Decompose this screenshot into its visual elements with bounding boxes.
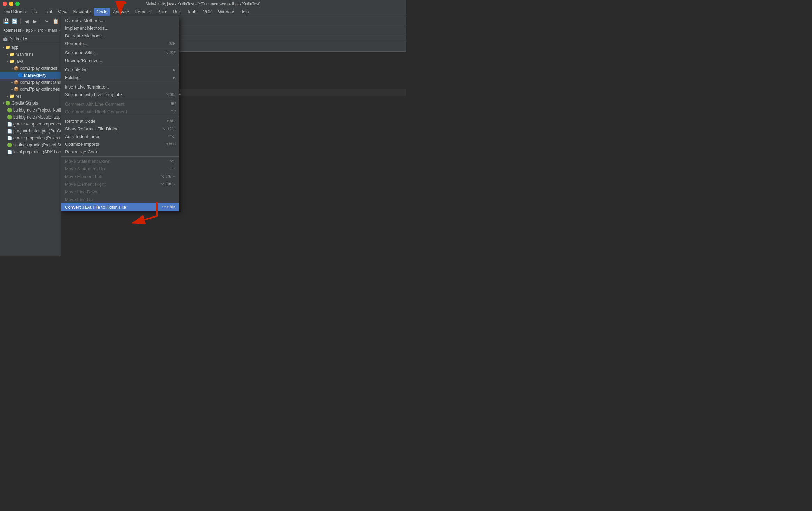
breadcrumb-item-4[interactable]: main xyxy=(48,28,57,33)
tree-item-proguard[interactable]: 📄 proguard-rules.pro (ProGuard xyxy=(0,128,61,135)
menu-override-methods[interactable]: Override Methods... xyxy=(61,16,179,24)
tree-item-gradle-scripts[interactable]: ▾ 🟢 Gradle Scripts xyxy=(0,100,61,107)
android-dropdown[interactable]: 🤖 Android ▾ xyxy=(3,37,27,41)
menu-delegate-methods[interactable]: Delegate Methods... xyxy=(61,32,179,39)
tree-item-package-and[interactable]: ▸ 📦 com.i7play.kotlint (and xyxy=(0,79,61,86)
save-button[interactable]: 💾 xyxy=(2,17,10,25)
minimize-button[interactable] xyxy=(9,2,13,6)
menu-optimize-imports[interactable]: Optimize Imports ⇧⌘O xyxy=(61,140,179,148)
menu-label: Surround with Live Template... xyxy=(65,92,126,97)
breadcrumb-item-1[interactable]: KotlinTest xyxy=(3,28,21,33)
tree-label: settings.gradle (Project Set xyxy=(13,143,61,147)
menu-shortcut: ⌘/ xyxy=(171,102,176,106)
menu-item-refactor[interactable]: Refactor xyxy=(132,8,154,16)
tree-label: gradle.properties (Project P xyxy=(13,136,61,140)
menu-item-tools[interactable]: Tools xyxy=(184,8,200,16)
tree-item-build-project[interactable]: 🟢 build.gradle (Project: Kotli xyxy=(0,107,61,114)
tree-item-build-module[interactable]: 🟢 build.gradle (Module: app) xyxy=(0,114,61,121)
menu-item-navigate[interactable]: Navigate xyxy=(70,8,93,16)
menu-completion[interactable]: Completion ▶ xyxy=(61,66,179,74)
tree-item-package-main[interactable]: ▾ 📦 com.i7play.kotlintest xyxy=(0,65,61,72)
tree-item-wrapper[interactable]: 📄 gradle-wrapper.properties (G xyxy=(0,121,61,128)
expand-arrow: ▸ xyxy=(7,94,9,98)
sync-button[interactable]: 🔄 xyxy=(10,17,18,25)
package-icon: 📦 xyxy=(14,87,19,92)
menu-reformat-code[interactable]: Reformat Code ⇧⌘F xyxy=(61,117,179,125)
window-title: MainActivity.java - KotlinTest - [~/Docu… xyxy=(146,2,260,6)
maximize-button[interactable] xyxy=(15,2,20,6)
tree-label: manifests xyxy=(16,52,33,57)
menu-separator xyxy=(61,156,179,157)
folder-icon: 📁 xyxy=(9,59,15,64)
menu-label: Move Statement Up xyxy=(65,166,105,171)
menu-auto-indent[interactable]: Auto-Indent Lines ⌃⌥I xyxy=(61,132,179,140)
menu-label: Move Element Left xyxy=(65,174,102,179)
traffic-lights[interactable] xyxy=(3,2,20,6)
menu-shortcut: ⌥⇧⌘L xyxy=(162,127,176,131)
menu-implement-methods[interactable]: Implement Methods... xyxy=(61,24,179,32)
menu-shortcut: ⌘N xyxy=(169,41,176,46)
submenu-arrow-icon: ▶ xyxy=(173,76,176,79)
package-icon: 📦 xyxy=(14,66,19,71)
menu-item-vcs[interactable]: VCS xyxy=(200,8,215,16)
close-button[interactable] xyxy=(3,2,7,6)
breadcrumb-item-3[interactable]: src xyxy=(38,28,43,33)
menu-label: Delegate Methods... xyxy=(65,33,105,38)
res-icon: 📁 xyxy=(9,94,15,99)
menu-comment-line: Comment with Line Comment ⌘/ xyxy=(61,100,179,108)
menu-convert-java-kotlin[interactable]: Convert Java File to Kotlin File ⌥⇧⌘K xyxy=(61,203,179,211)
menu-item-androidstudio[interactable]: roid Studio xyxy=(1,8,29,16)
menu-item-file[interactable]: File xyxy=(29,8,41,16)
menu-item-edit[interactable]: Edit xyxy=(41,8,55,16)
menu-shortcut: ⇧⌘F xyxy=(166,119,176,123)
menu-item-code[interactable]: Code xyxy=(94,8,110,16)
menu-move-stmt-down: Move Statement Down ⌥↓ xyxy=(61,157,179,165)
properties-icon: 📄 xyxy=(7,150,12,154)
tree-item-res[interactable]: ▸ 📁 res xyxy=(0,93,61,100)
menu-shortcut: ⌥↓ xyxy=(169,159,176,163)
menu-item-analyze[interactable]: Analyze xyxy=(110,8,132,16)
tree-item-java[interactable]: ▾ 📁 java xyxy=(0,58,61,65)
tree-item-manifests[interactable]: ▸ 📁 manifests xyxy=(0,51,61,58)
back-button[interactable]: ◀ xyxy=(23,17,30,25)
tree-item-local-props[interactable]: 📄 local.properties (SDK Locatio xyxy=(0,148,61,155)
menu-unwrap[interactable]: Unwrap/Remove... xyxy=(61,56,179,64)
menu-show-reformat[interactable]: Show Reformat File Dialog ⌥⇧⌘L xyxy=(61,125,179,132)
menu-item-run[interactable]: Run xyxy=(170,8,184,16)
code-menu-dropdown: Override Methods... Implement Methods...… xyxy=(61,16,179,211)
menu-insert-live-template[interactable]: Insert Live Template... xyxy=(61,83,179,91)
menu-folding[interactable]: Folding ▶ xyxy=(61,74,179,81)
tree-item-gradle-props[interactable]: 📄 gradle.properties (Project P xyxy=(0,135,61,142)
menu-item-window[interactable]: Window xyxy=(215,8,237,16)
tree-label: local.properties (SDK Locatio xyxy=(13,150,61,154)
menu-item-help[interactable]: Help xyxy=(237,8,252,16)
forward-button[interactable]: ▶ xyxy=(31,17,39,25)
tree-item-package-tes[interactable]: ▸ 📦 com.i7play.kotlint (tes xyxy=(0,86,61,93)
tree-label: res xyxy=(16,94,22,99)
title-bar: MainActivity.java - KotlinTest - [~/Docu… xyxy=(0,0,406,8)
pro-icon: 📄 xyxy=(7,129,12,134)
tree-item-app[interactable]: ▾ 📁 app xyxy=(0,44,61,51)
menu-item-build[interactable]: Build xyxy=(154,8,170,16)
tree-item-settings[interactable]: 🟢 settings.gradle (Project Set xyxy=(0,142,61,148)
menu-generate[interactable]: Generate... ⌘N xyxy=(61,39,179,47)
tree-label: com.i7play.kotlint (and xyxy=(20,80,61,85)
sidebar: 🤖 Android ▾ ▾ 📁 app ▸ 📁 manifests ▾ 📁 ja… xyxy=(0,34,61,256)
menu-separator xyxy=(61,99,179,99)
menu-shortcut: ⌃? xyxy=(170,109,176,114)
menu-label: Implement Methods... xyxy=(65,25,108,31)
cut-button[interactable]: ✂ xyxy=(43,17,51,25)
menu-move-elem-left: Move Element Left ⌥⇧⌘← xyxy=(61,173,179,180)
properties-icon: 📄 xyxy=(7,122,12,127)
menu-item-view[interactable]: View xyxy=(55,8,70,16)
menu-rearrange-code[interactable]: Rearrange Code xyxy=(61,148,179,155)
menu-surround-live-template[interactable]: Surround with Live Template... ⌥⌘J xyxy=(61,91,179,98)
menu-shortcut: ⌥⌘Z xyxy=(165,51,176,55)
breadcrumb-item-2[interactable]: app xyxy=(26,28,33,33)
tree-item-mainactivity[interactable]: ▸ 🔵 MainActivity xyxy=(0,72,61,79)
menu-label: Reformat Code xyxy=(65,119,95,124)
menu-label: Auto-Indent Lines xyxy=(65,134,100,139)
toolbar-sep-2 xyxy=(41,18,41,24)
copy-button[interactable]: 📋 xyxy=(52,17,59,25)
menu-surround-with[interactable]: Surround With... ⌥⌘Z xyxy=(61,49,179,56)
